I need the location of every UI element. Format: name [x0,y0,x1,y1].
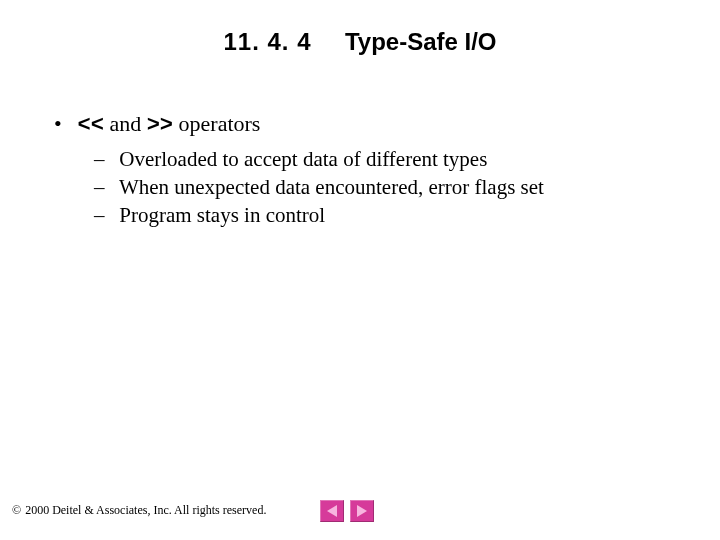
bullet-tail: operators [173,111,260,136]
bullet-operators: • << and >> operators [54,110,674,140]
operator-right: >> [147,113,173,138]
sub-bullet: – When unexpected data encountered, erro… [94,174,674,200]
slide-body: • << and >> operators – Overloaded to ac… [54,110,674,230]
sub-bullet: – Overloaded to accept data of different… [94,146,674,172]
sub-text: When unexpected data encountered, error … [119,175,544,199]
sub-text: Overloaded to accept data of different t… [119,147,487,171]
prev-button[interactable] [320,500,344,522]
bullet-conj: and [104,111,147,136]
title-text: Type-Safe I/O [345,28,497,55]
bullet-marker: • [54,110,72,138]
sub-text: Program stays in control [119,203,325,227]
title-number: 11. 4. 4 [223,28,311,55]
dash-marker: – [94,174,114,200]
triangle-left-icon [327,505,337,517]
sub-bullet: – Program stays in control [94,202,674,228]
footer-copyright: © 2000 Deitel & Associates, Inc. All rig… [12,503,266,518]
dash-marker: – [94,146,114,172]
operator-left: << [78,113,104,138]
copyright-icon: © [12,503,21,518]
slide-title: 11. 4. 4 Type-Safe I/O [0,28,720,56]
triangle-right-icon [357,505,367,517]
slide: 11. 4. 4 Type-Safe I/O • << and >> opera… [0,0,720,540]
copyright-text: 2000 Deitel & Associates, Inc. All right… [25,503,266,518]
nav-controls [320,500,374,522]
dash-marker: – [94,202,114,228]
next-button[interactable] [350,500,374,522]
